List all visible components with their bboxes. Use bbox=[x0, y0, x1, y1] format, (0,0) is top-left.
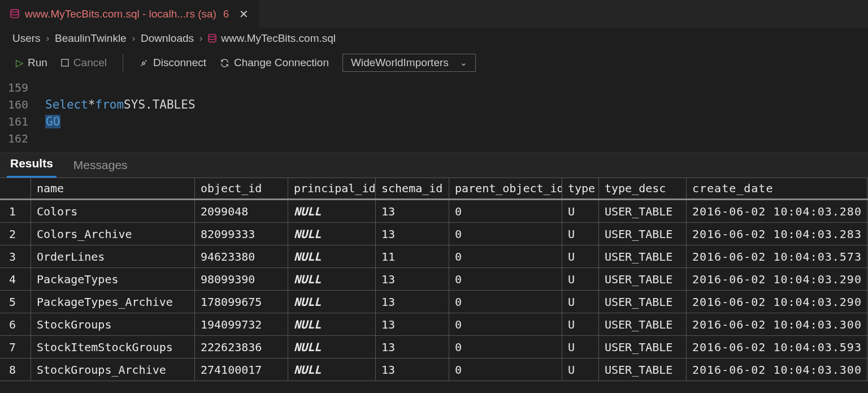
cell-type-desc[interactable]: USER_TABLE bbox=[599, 313, 687, 335]
cell-create-date[interactable]: 2016-06-02 10:04:03.290 bbox=[687, 291, 867, 313]
cell-type-desc[interactable]: USER_TABLE bbox=[599, 245, 687, 267]
cell-type[interactable]: U bbox=[562, 313, 599, 335]
cell-create-date[interactable]: 2016-06-02 10:04:03.300 bbox=[687, 359, 867, 381]
cell-type-desc[interactable]: USER_TABLE bbox=[599, 336, 687, 358]
table-row[interactable]: 5PackageTypes_Archive178099675NULL130UUS… bbox=[0, 291, 868, 313]
cell-rownum[interactable]: 7 bbox=[0, 336, 31, 358]
cell-create-date[interactable]: 2016-06-02 10:04:03.573 bbox=[687, 245, 867, 267]
cell-create-date[interactable]: 2016-06-02 10:04:03.283 bbox=[687, 223, 867, 245]
cell-type-desc[interactable]: USER_TABLE bbox=[599, 200, 687, 222]
cell-type[interactable]: U bbox=[562, 336, 599, 358]
cell-type-desc[interactable]: USER_TABLE bbox=[599, 359, 687, 381]
cell-schema-id[interactable]: 13 bbox=[376, 313, 449, 335]
editor-line[interactable]: 159 bbox=[0, 79, 868, 96]
cell-principal-id[interactable]: NULL bbox=[288, 291, 376, 313]
col-principal-id[interactable]: principal_id bbox=[288, 178, 376, 198]
cell-schema-id[interactable]: 13 bbox=[376, 359, 449, 381]
cell-create-date[interactable]: 2016-06-02 10:04:03.290 bbox=[687, 268, 867, 290]
cell-principal-id[interactable]: NULL bbox=[288, 336, 376, 358]
code-content[interactable]: Select * from SYS.TABLES bbox=[45, 98, 196, 111]
cell-parent-object-id[interactable]: 0 bbox=[449, 268, 562, 290]
cell-name[interactable]: StockItemStockGroups bbox=[31, 336, 195, 358]
col-create-date[interactable]: create_date bbox=[687, 178, 867, 198]
file-tab[interactable]: www.MyTecBits.com.sql - localh...rs (sa)… bbox=[0, 0, 259, 28]
cell-create-date[interactable]: 2016-06-02 10:04:03.280 bbox=[687, 200, 867, 222]
editor-line[interactable]: 160Select * from SYS.TABLES bbox=[0, 96, 868, 113]
col-schema-id[interactable]: schema_id bbox=[376, 178, 449, 198]
cell-name[interactable]: StockGroups bbox=[31, 313, 195, 335]
cell-object-id[interactable]: 94623380 bbox=[195, 245, 288, 267]
table-row[interactable]: 3OrderLines94623380NULL110UUSER_TABLE201… bbox=[0, 245, 868, 268]
tab-messages[interactable]: Messages bbox=[70, 154, 131, 178]
cell-schema-id[interactable]: 13 bbox=[376, 268, 449, 290]
cell-type[interactable]: U bbox=[562, 268, 599, 290]
cell-principal-id[interactable]: NULL bbox=[288, 268, 376, 290]
cell-type[interactable]: U bbox=[562, 223, 599, 245]
sql-editor[interactable]: 159160Select * from SYS.TABLES161GO162 bbox=[0, 77, 868, 153]
cell-name[interactable]: PackageTypes_Archive bbox=[31, 291, 195, 313]
cell-schema-id[interactable]: 13 bbox=[376, 336, 449, 358]
cell-name[interactable]: Colors bbox=[31, 200, 195, 222]
cell-type-desc[interactable]: USER_TABLE bbox=[599, 291, 687, 313]
cell-type-desc[interactable]: USER_TABLE bbox=[599, 223, 687, 245]
cell-object-id[interactable]: 82099333 bbox=[195, 223, 288, 245]
close-icon[interactable]: ✕ bbox=[239, 7, 249, 21]
col-rownum[interactable] bbox=[0, 178, 31, 198]
cell-schema-id[interactable]: 13 bbox=[376, 200, 449, 222]
cell-type[interactable]: U bbox=[562, 359, 599, 381]
breadcrumb-file[interactable]: www.MyTecBits.com.sql bbox=[221, 32, 336, 45]
breadcrumb-segment[interactable]: Downloads bbox=[141, 32, 194, 45]
table-row[interactable]: 6StockGroups194099732NULL130UUSER_TABLE2… bbox=[0, 313, 868, 336]
cell-name[interactable]: Colors_Archive bbox=[31, 223, 195, 245]
cell-type[interactable]: U bbox=[562, 245, 599, 267]
tab-results[interactable]: Results bbox=[7, 152, 57, 178]
disconnect-button[interactable]: Disconnect bbox=[134, 54, 211, 71]
cell-rownum[interactable]: 1 bbox=[0, 200, 31, 222]
cell-principal-id[interactable]: NULL bbox=[288, 313, 376, 335]
cell-create-date[interactable]: 2016-06-02 10:04:03.300 bbox=[687, 313, 867, 335]
database-select[interactable]: WideWorldImporters ⌄ bbox=[342, 54, 476, 72]
cell-rownum[interactable]: 6 bbox=[0, 313, 31, 335]
cell-type[interactable]: U bbox=[562, 291, 599, 313]
cell-object-id[interactable]: 2099048 bbox=[195, 200, 288, 222]
col-type-desc[interactable]: type_desc bbox=[599, 178, 687, 198]
cell-principal-id[interactable]: NULL bbox=[288, 200, 376, 222]
cell-object-id[interactable]: 274100017 bbox=[195, 359, 288, 381]
change-connection-button[interactable]: Change Connection bbox=[215, 54, 333, 71]
run-button[interactable]: ▷ Run bbox=[11, 54, 52, 71]
cell-parent-object-id[interactable]: 0 bbox=[449, 359, 562, 381]
cell-type-desc[interactable]: USER_TABLE bbox=[599, 268, 687, 290]
cell-principal-id[interactable]: NULL bbox=[288, 245, 376, 267]
cell-principal-id[interactable]: NULL bbox=[288, 359, 376, 381]
cell-rownum[interactable]: 4 bbox=[0, 268, 31, 290]
cell-schema-id[interactable]: 13 bbox=[376, 291, 449, 313]
cell-parent-object-id[interactable]: 0 bbox=[449, 200, 562, 222]
cancel-button[interactable]: Cancel bbox=[57, 54, 111, 71]
cell-schema-id[interactable]: 13 bbox=[376, 223, 449, 245]
cell-name[interactable]: StockGroups_Archive bbox=[31, 359, 195, 381]
cell-object-id[interactable]: 178099675 bbox=[195, 291, 288, 313]
cell-object-id[interactable]: 98099390 bbox=[195, 268, 288, 290]
cell-name[interactable]: PackageTypes bbox=[31, 268, 195, 290]
col-name[interactable]: name bbox=[31, 178, 195, 198]
table-row[interactable]: 1Colors2099048NULL130UUSER_TABLE2016-06-… bbox=[0, 200, 868, 223]
cell-parent-object-id[interactable]: 0 bbox=[449, 336, 562, 358]
cell-schema-id[interactable]: 11 bbox=[376, 245, 449, 267]
cell-object-id[interactable]: 222623836 bbox=[195, 336, 288, 358]
cell-rownum[interactable]: 5 bbox=[0, 291, 31, 313]
cell-create-date[interactable]: 2016-06-02 10:04:03.593 bbox=[687, 336, 867, 358]
cell-parent-object-id[interactable]: 0 bbox=[449, 245, 562, 267]
code-content[interactable]: GO bbox=[45, 115, 60, 128]
editor-line[interactable]: 161GO bbox=[0, 113, 868, 130]
col-type[interactable]: type bbox=[562, 178, 599, 198]
editor-line[interactable]: 162 bbox=[0, 130, 868, 147]
table-row[interactable]: 4PackageTypes98099390NULL130UUSER_TABLE2… bbox=[0, 268, 868, 291]
cell-rownum[interactable]: 2 bbox=[0, 223, 31, 245]
cell-rownum[interactable]: 8 bbox=[0, 359, 31, 381]
table-row[interactable]: 7StockItemStockGroups222623836NULL130UUS… bbox=[0, 336, 868, 359]
cell-parent-object-id[interactable]: 0 bbox=[449, 291, 562, 313]
cell-name[interactable]: OrderLines bbox=[31, 245, 195, 267]
breadcrumb-segment[interactable]: BeaulinTwinkle bbox=[55, 32, 127, 45]
cell-principal-id[interactable]: NULL bbox=[288, 223, 376, 245]
cell-parent-object-id[interactable]: 0 bbox=[449, 223, 562, 245]
